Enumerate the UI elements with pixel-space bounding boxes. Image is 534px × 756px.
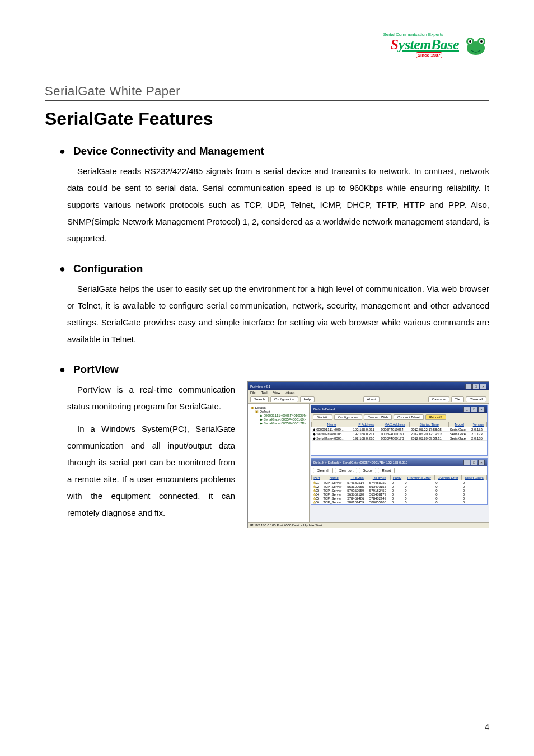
minimize-icon[interactable]: _ xyxy=(465,384,472,389)
column-header[interactable]: Name xyxy=(312,422,352,427)
column-header[interactable]: IP Address xyxy=(352,422,380,427)
column-header[interactable]: MAC Address xyxy=(380,422,410,427)
toolbar-button[interactable]: Cascade xyxy=(428,396,449,402)
page-title: SerialGate Features xyxy=(45,109,489,129)
section-body-connectivity: SerialGate reads RS232/422/485 signals f… xyxy=(67,163,489,247)
device-tree[interactable]: ▣ Default ▣ Default ◆ 000001111<0005F401… xyxy=(248,404,310,522)
tab[interactable]: Connect Telnet xyxy=(394,414,424,420)
table-row[interactable]: ⚠06TCP_Server5803534595800553080000 xyxy=(312,500,487,504)
port-action-button[interactable]: Scope xyxy=(359,468,376,473)
close-icon[interactable]: × xyxy=(478,407,485,412)
status-bar: IP 192.168.0.100 Port 4000 Device Update… xyxy=(248,522,489,528)
column-header[interactable]: Overrun Error xyxy=(434,475,462,480)
port-action-button[interactable]: Clear port xyxy=(335,468,357,473)
bullet-icon: ● xyxy=(59,146,65,157)
logo-brand-first: S xyxy=(390,36,398,53)
table-row[interactable]: ⚠03TCP_Server5793629595791824500000 xyxy=(312,488,487,492)
portview-screenshot: Portview v2.1 _ □ × FileToolViewAbout Se… xyxy=(247,381,489,528)
column-header[interactable]: Parity xyxy=(391,475,404,480)
app-window-title: Portview v2.1 xyxy=(250,385,270,388)
tab[interactable]: Statistic xyxy=(313,414,332,420)
toolbar-button[interactable]: Help xyxy=(300,396,315,402)
footer-rule xyxy=(45,720,489,720)
section-body-configuration: SerialGate helps the user to easily set … xyxy=(67,281,489,348)
table-row[interactable]: ⚠02TCP_Server5636039555634931560000 xyxy=(312,484,487,488)
tab[interactable]: Connect Web xyxy=(364,414,392,420)
menu-item[interactable]: View xyxy=(273,391,280,394)
portview-body-2: In a Windows System(PC), SerialGate comm… xyxy=(67,421,235,521)
bullet-icon: ● xyxy=(59,364,65,376)
toolbar-button[interactable]: Search xyxy=(250,396,269,402)
table-row[interactable]: ⚠01TCP_Server5746833145744883320000 xyxy=(312,480,487,485)
port-action-button[interactable]: Clear all xyxy=(313,468,333,473)
tree-leaf[interactable]: ◆ 000001111<0005F4010054> xyxy=(250,413,307,417)
logo-since: Since 1987 xyxy=(416,52,442,58)
column-header[interactable]: Framming Error xyxy=(404,475,434,480)
column-header[interactable]: Startup Time xyxy=(410,422,449,427)
subwindow-title-2: Default > Default > SerialGate<0005F4000… xyxy=(313,461,407,464)
maximize-icon[interactable]: □ xyxy=(472,384,479,389)
device-list-window: Default/Default _□× StatisticConfigurati… xyxy=(311,405,488,456)
toolbar-button[interactable]: About xyxy=(363,396,380,402)
subwindow-title: Default/Default xyxy=(313,408,336,411)
section-heading-configuration: Configuration xyxy=(73,263,143,275)
toolbar-button[interactable]: Tile xyxy=(451,396,464,402)
bullet-icon: ● xyxy=(59,263,65,275)
folder-icon: ▣ xyxy=(251,406,254,409)
tab[interactable]: Configuration xyxy=(334,414,362,420)
column-header[interactable]: Reset Count xyxy=(462,475,487,480)
portview-body-1: PortView is a real-time communication st… xyxy=(67,381,235,415)
tree-leaf[interactable]: ◆ SerialGate<0005F4000160> xyxy=(250,417,307,421)
section-heading-portview: PortView xyxy=(73,363,119,376)
maximize-icon[interactable]: □ xyxy=(471,460,477,465)
column-header[interactable]: Version xyxy=(470,422,487,427)
port-table[interactable]: PortNameTx BytesRx BytesParityFramming E… xyxy=(311,475,487,504)
close-icon[interactable]: × xyxy=(478,460,485,465)
tree-leaf[interactable]: ◆ SerialGate<0005F400017B> xyxy=(250,421,307,425)
logo: Serial Communication Experts SystemBase … xyxy=(390,34,489,56)
column-header[interactable]: Model xyxy=(449,422,470,427)
frog-icon xyxy=(462,34,489,56)
folder-icon: ▣ xyxy=(255,410,259,413)
table-row[interactable]: ⚠04TCP_Server5636691205634881790000 xyxy=(312,492,487,496)
device-table[interactable]: NameIP AddressMAC AddressStartup TimeMod… xyxy=(311,422,487,441)
port-action-button[interactable]: Reset xyxy=(378,468,395,473)
table-row[interactable]: ⚠05TCP_Server5784624865784823490000 xyxy=(312,496,487,500)
table-row[interactable]: ◆ 000001111<000...192.168.0.2110005F4010… xyxy=(312,427,487,432)
document-subtitle: SerialGate White Paper xyxy=(45,84,489,101)
toolbar-button[interactable]: Close all xyxy=(466,396,486,402)
close-icon[interactable]: × xyxy=(480,384,486,389)
minimize-icon[interactable]: _ xyxy=(463,460,470,465)
logo-tagline: Serial Communication Experts xyxy=(383,32,443,37)
section-heading-connectivity: Device Connectivity and Management xyxy=(73,145,264,157)
svg-point-6 xyxy=(480,40,483,43)
table-row[interactable]: ◆ SerialGate<0005...192.168.0.2100005F40… xyxy=(312,436,487,441)
menu-item[interactable]: About xyxy=(286,391,295,394)
minimize-icon[interactable]: _ xyxy=(463,407,470,412)
logo-brand-rest: ystemBase xyxy=(399,36,459,53)
column-header[interactable]: Port xyxy=(312,475,322,480)
maximize-icon[interactable]: □ xyxy=(471,407,477,412)
svg-point-5 xyxy=(469,40,471,43)
menu-item[interactable]: File xyxy=(250,391,256,394)
toolbar-button[interactable]: Configuration xyxy=(270,396,298,402)
tab[interactable]: Reboot!! xyxy=(425,414,446,420)
column-header[interactable]: Name xyxy=(322,475,346,480)
page-number: 4 xyxy=(485,722,489,731)
port-stats-window: Default > Default > SerialGate<0005F4000… xyxy=(311,458,488,505)
column-header[interactable]: Tx Bytes xyxy=(346,475,368,480)
table-row[interactable]: ◆ SerialGate<0005...192.168.0.2110005F40… xyxy=(312,432,487,436)
column-header[interactable]: Rx Bytes xyxy=(368,475,391,480)
menu-item[interactable]: Tool xyxy=(261,391,268,394)
